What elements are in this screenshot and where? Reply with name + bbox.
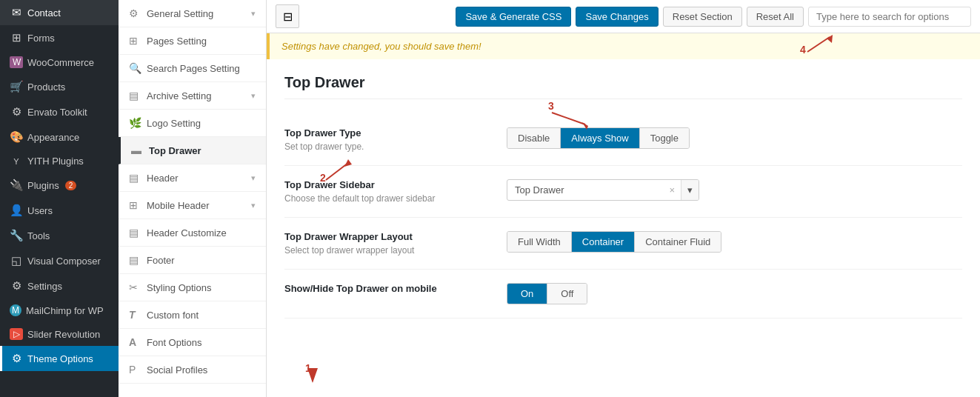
search-pages-icon: 🔍 <box>129 62 141 74</box>
header-customize-icon: ▤ <box>129 227 141 238</box>
mobile-header-chevron-icon: ▾ <box>251 201 256 210</box>
mobile-toggle-on-btn[interactable]: On <box>507 284 547 304</box>
wrapper-container-fluid-btn[interactable]: Container Fluid <box>635 232 721 252</box>
panel-social-profiles[interactable]: P Social Profiles <box>119 356 266 384</box>
chevron-down-icon: ▾ <box>251 9 256 19</box>
social-profiles-icon: P <box>129 364 141 376</box>
theme-options-panel: ⚙ General Setting ▾ ⊞ Pages Setting 🔍 Se… <box>119 0 267 397</box>
settings-row-mobile-toggle: Show/Hide Top Drawer on mobile On Off <box>284 270 962 318</box>
wp-logo-icon: ⊟ <box>283 10 293 24</box>
header-icon: ▤ <box>129 172 141 184</box>
drawer-type-desc: Set top drawer type. <box>284 141 492 152</box>
mobile-toggle-group: On Off <box>507 283 587 304</box>
archive-setting-icon: ▤ <box>129 90 141 101</box>
products-icon: 🛒 <box>10 80 23 93</box>
drawer-sidebar-select[interactable]: Top Drawer × ▾ <box>507 179 699 201</box>
mobile-toggle-off-btn[interactable]: Off <box>547 284 587 304</box>
panel-mobile-header[interactable]: ⊞ Mobile Header ▾ <box>119 192 266 219</box>
reset-all-button[interactable]: Reset All <box>747 7 804 27</box>
general-setting-icon: ⚙ <box>129 7 141 19</box>
drawer-type-always-show-btn[interactable]: Always Show <box>561 128 639 148</box>
drawer-sidebar-control: Top Drawer × ▾ <box>507 179 699 201</box>
settings-icon: ⚙ <box>10 279 23 293</box>
section-title: Top Drawer <box>284 74 962 99</box>
drawer-type-toggle-btn[interactable]: Toggle <box>640 128 689 148</box>
top-drawer-icon: ▬ <box>131 144 143 156</box>
wrapper-full-width-btn[interactable]: Full Width <box>507 232 572 252</box>
drawer-type-control: Disable Always Show Toggle <box>507 127 690 149</box>
panel-archive-setting[interactable]: ▤ Archive Setting ▾ <box>119 82 266 110</box>
sidebar-item-products[interactable]: 🛒 Products <box>0 74 119 99</box>
sidebar-item-tools[interactable]: 🔧 Tools <box>0 223 119 248</box>
panel-header[interactable]: ▤ Header ▾ <box>119 164 266 192</box>
wp-admin-sidebar: ✉ Contact ⊞ Forms W WooCommerce 🛒 Produc… <box>0 0 119 397</box>
save-changes-button[interactable]: Save Changes <box>576 7 658 27</box>
wrapper-layout-title: Top Drawer Wrapper Layout <box>284 231 492 242</box>
theme-options-icon: ⚙ <box>10 352 23 365</box>
save-generate-css-button[interactable]: Save & Generate CSS <box>456 7 571 27</box>
slider-icon: ▷ <box>10 328 23 340</box>
wrapper-layout-label: Top Drawer Wrapper Layout Select top dra… <box>284 231 492 256</box>
panel-footer[interactable]: ▤ Footer <box>119 247 266 274</box>
drawer-type-btn-group: Disable Always Show Toggle <box>507 127 690 149</box>
drawer-sidebar-label: Top Drawer Sidebar Choose the default to… <box>284 179 492 204</box>
drawer-sidebar-title: Top Drawer Sidebar <box>284 179 492 190</box>
reset-section-button[interactable]: Reset Section <box>663 7 742 27</box>
content-area: Settings have changed, you should save t… <box>267 33 980 397</box>
sidebar-item-slider-revolution[interactable]: ▷ Slider Revolution <box>0 322 119 346</box>
yith-icon: Y <box>10 157 23 166</box>
drawer-type-title: Top Drawer Type <box>284 127 492 139</box>
contact-icon: ✉ <box>10 6 23 19</box>
sidebar-item-contact[interactable]: ✉ Contact <box>0 0 119 25</box>
select-clear-icon[interactable]: × <box>663 180 681 200</box>
panel-pages-setting[interactable]: ⊞ Pages Setting <box>119 27 266 55</box>
sidebar-item-forms[interactable]: ⊞ Forms <box>0 25 119 50</box>
wp-icon-button[interactable]: ⊟ <box>276 4 299 28</box>
panel-top-drawer[interactable]: ▬ Top Drawer <box>119 137 266 164</box>
sidebar-item-mailchimp[interactable]: M MailChimp for WP <box>0 298 119 322</box>
section-content: Top Drawer Top Drawer Type Set top drawe… <box>267 59 980 333</box>
mobile-toggle-control: On Off <box>507 283 587 304</box>
custom-font-icon: T <box>129 309 141 321</box>
wrapper-container-btn[interactable]: Container <box>572 232 635 252</box>
drawer-sidebar-value: Top Drawer <box>507 180 663 200</box>
settings-changed-notice: Settings have changed, you should save t… <box>267 33 980 59</box>
sidebar-item-plugins[interactable]: 🔌 Plugins 2 <box>0 173 119 198</box>
sidebar-item-woocommerce[interactable]: W WooCommerce <box>0 50 119 74</box>
panel-search-pages[interactable]: 🔍 Search Pages Setting <box>119 55 266 82</box>
settings-row-drawer-sidebar: Top Drawer Sidebar Choose the default to… <box>284 166 962 218</box>
sidebar-item-users[interactable]: 👤 Users <box>0 198 119 223</box>
settings-row-wrapper-layout: Top Drawer Wrapper Layout Select top dra… <box>284 218 962 270</box>
logo-setting-icon: 🌿 <box>129 117 141 129</box>
panel-logo-setting[interactable]: 🌿 Logo Setting <box>119 110 266 137</box>
panel-header-customize[interactable]: ▤ Header Customize <box>119 219 266 247</box>
woo-icon: W <box>10 56 23 68</box>
panel-custom-font[interactable]: T Custom font <box>119 301 266 329</box>
panel-general-setting[interactable]: ⚙ General Setting ▾ <box>119 0 266 27</box>
sidebar-item-settings[interactable]: ⚙ Settings <box>0 273 119 298</box>
tools-icon: 🔧 <box>10 229 23 242</box>
plugins-badge: 2 <box>65 181 77 190</box>
drawer-type-label: Top Drawer Type Set top drawer type. <box>284 127 492 152</box>
pages-setting-icon: ⊞ <box>129 35 141 47</box>
panel-styling-options[interactable]: ✂ Styling Options <box>119 274 266 301</box>
drawer-type-disable-btn[interactable]: Disable <box>507 128 561 148</box>
select-arrow-icon[interactable]: ▾ <box>681 180 699 200</box>
toolbar-left: ⊟ <box>276 4 299 28</box>
archive-chevron-icon: ▾ <box>251 91 256 101</box>
mailchimp-icon: M <box>10 304 21 316</box>
plugins-icon: 🔌 <box>10 179 23 192</box>
sidebar-item-envato[interactable]: ⚙ Envato Toolkit <box>0 99 119 124</box>
drawer-sidebar-desc: Choose the default top drawer sidebar <box>284 193 492 204</box>
wrapper-layout-desc: Select top drawer wrapper layout <box>284 245 492 256</box>
appearance-icon: 🎨 <box>10 130 23 144</box>
sidebar-item-theme-options[interactable]: ⚙ Theme Options <box>0 346 119 371</box>
sidebar-item-visual-composer[interactable]: ◱ Visual Composer <box>0 248 119 273</box>
styling-options-icon: ✂ <box>129 281 141 293</box>
sidebar-item-yith[interactable]: Y YITH Plugins <box>0 150 119 173</box>
panel-font-options[interactable]: A Font Options <box>119 329 266 356</box>
wrapper-layout-control: Full Width Container Container Fluid <box>507 231 721 253</box>
sidebar-item-appearance[interactable]: 🎨 Appearance <box>0 124 119 150</box>
search-options-input[interactable] <box>808 7 971 27</box>
visual-composer-icon: ◱ <box>10 254 23 267</box>
